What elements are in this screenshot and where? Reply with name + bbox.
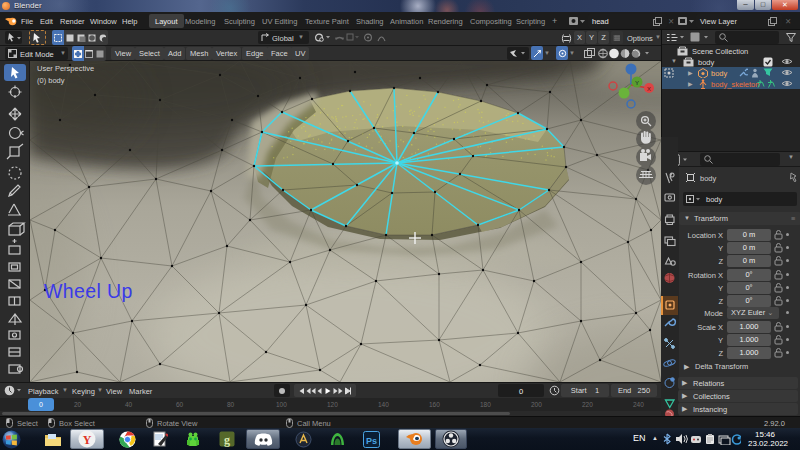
svg-text:X: X bbox=[647, 86, 651, 92]
svg-text:Wheel Up: Wheel Up bbox=[44, 280, 133, 302]
svg-text:g: g bbox=[224, 433, 230, 447]
svg-text:Y: Y bbox=[83, 433, 92, 447]
svg-text:Ps: Ps bbox=[365, 435, 376, 445]
svg-text:User Perspective: User Perspective bbox=[37, 64, 94, 73]
svg-text:(0) body: (0) body bbox=[37, 76, 65, 85]
svg-text:Y: Y bbox=[635, 80, 639, 86]
